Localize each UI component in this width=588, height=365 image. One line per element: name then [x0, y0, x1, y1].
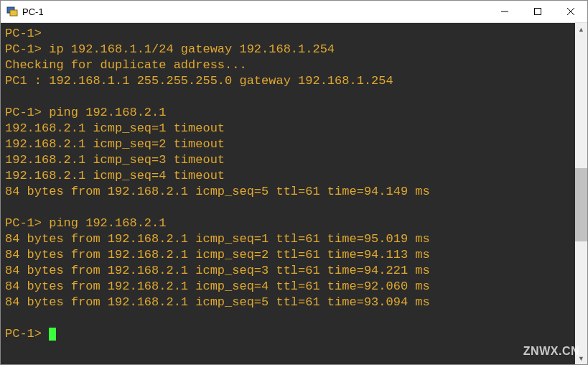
terminal-line: Checking for duplicate address...: [5, 58, 247, 72]
terminal-line: 192.168.2.1 icmp_seq=4 timeout: [5, 169, 225, 182]
svg-rect-3: [535, 9, 541, 15]
minimize-button[interactable]: [488, 1, 521, 22]
cursor: [49, 328, 56, 341]
app-icon: [6, 6, 18, 17]
terminal-line: 192.168.2.1 icmp_seq=2 timeout: [5, 137, 225, 151]
terminal-line: 192.168.2.1 icmp_seq=3 timeout: [5, 153, 225, 167]
terminal-line: 84 bytes from 192.168.2.1 icmp_seq=5 ttl…: [5, 295, 430, 309]
app-window: PC-1 PC-1> PC-1> ip 192.168.1.1/24 gatew…: [0, 0, 588, 365]
svg-rect-1: [10, 10, 17, 16]
terminal-line: PC-1>: [5, 327, 49, 341]
title-bar[interactable]: PC-1: [1, 1, 587, 23]
title-left: PC-1: [6, 6, 44, 17]
watermark: ZNWX.CN: [523, 345, 579, 358]
terminal-line: PC-1> ping 192.168.2.1: [5, 106, 166, 119]
scroll-thumb[interactable]: [575, 168, 587, 241]
scroll-up-arrow-icon[interactable]: ▲: [575, 23, 587, 35]
terminal-line: PC-1> ip 192.168.1.1/24 gateway 192.168.…: [5, 42, 335, 56]
terminal-line: 192.168.2.1 icmp_seq=1 timeout: [5, 121, 225, 135]
terminal-line: PC1 : 192.168.1.1 255.255.255.0 gateway …: [5, 74, 393, 88]
scroll-track[interactable]: [575, 35, 587, 352]
terminal-line: 84 bytes from 192.168.2.1 icmp_seq=5 ttl…: [5, 185, 430, 198]
window-title: PC-1: [22, 6, 44, 17]
terminal-line: 84 bytes from 192.168.2.1 icmp_seq=4 ttl…: [5, 279, 430, 293]
client-area: PC-1> PC-1> ip 192.168.1.1/24 gateway 19…: [1, 23, 587, 364]
terminal-line: PC-1>: [5, 27, 42, 40]
maximize-button[interactable]: [521, 1, 554, 22]
terminal-line: 84 bytes from 192.168.2.1 icmp_seq=2 ttl…: [5, 248, 430, 262]
terminal-line: 84 bytes from 192.168.2.1 icmp_seq=1 ttl…: [5, 232, 430, 246]
window-controls: [488, 1, 587, 22]
terminal-line: PC-1> ping 192.168.2.1: [5, 216, 166, 230]
close-button[interactable]: [554, 1, 587, 22]
terminal-output[interactable]: PC-1> PC-1> ip 192.168.1.1/24 gateway 19…: [1, 23, 575, 364]
vertical-scrollbar[interactable]: ▲ ▼: [575, 23, 587, 364]
terminal-line: 84 bytes from 192.168.2.1 icmp_seq=3 ttl…: [5, 264, 430, 277]
